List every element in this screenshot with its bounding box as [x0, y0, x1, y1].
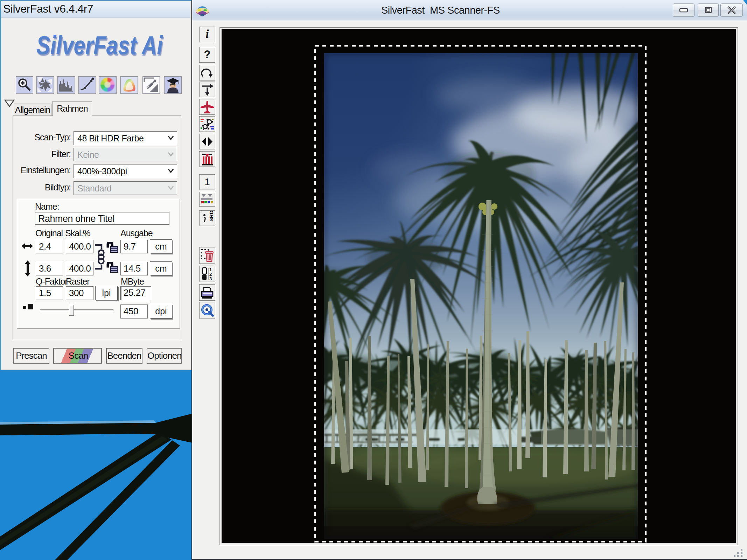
svg-text:SRD: SRD: [208, 211, 214, 222]
svg-text:3: 3: [209, 276, 212, 281]
